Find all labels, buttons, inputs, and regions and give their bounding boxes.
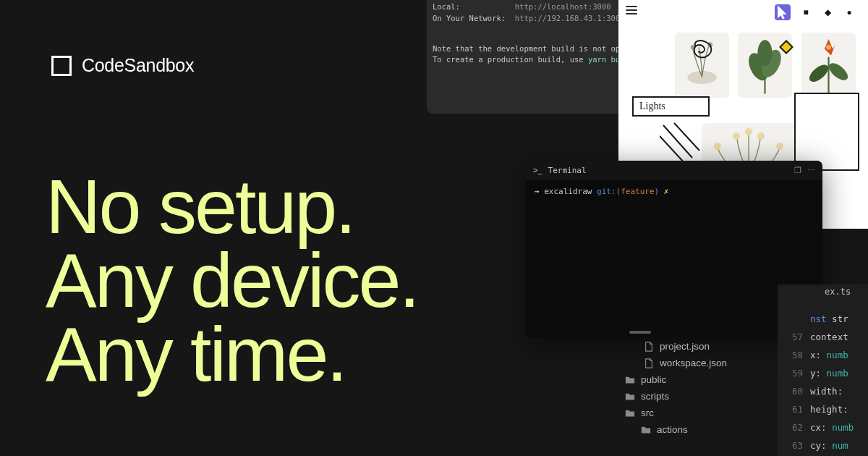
menu-icon[interactable] xyxy=(626,6,637,14)
terminal-git-suffix: ) xyxy=(655,187,660,196)
network-url: http://192.168.43.1:3000 xyxy=(515,14,618,22)
terminal-cwd: excalidraw xyxy=(544,187,592,196)
logo-icon xyxy=(51,56,72,76)
svg-line-9 xyxy=(663,125,692,158)
tree-file-workspace-json[interactable]: workspace.json xyxy=(618,355,770,371)
line-number: 61 xyxy=(778,400,803,418)
tree-item-label: project.json xyxy=(660,341,710,352)
file-icon xyxy=(643,342,654,352)
hero-line-3: Any time. xyxy=(46,318,418,392)
svg-point-16 xyxy=(745,128,752,135)
devserver-note-2-prefix: To create a production build, use xyxy=(433,55,588,64)
tree-drag-handle[interactable] xyxy=(629,331,651,334)
svg-point-5 xyxy=(757,40,772,66)
svg-point-8 xyxy=(826,45,831,50)
tree-folder-public[interactable]: public xyxy=(618,371,770,388)
brand: CodeSandbox xyxy=(51,55,194,76)
tree-file-project-json[interactable]: project.json xyxy=(618,338,770,355)
editor-code[interactable]: nst str context x: numb y: numb width: h… xyxy=(810,284,854,456)
line-number: 60 xyxy=(778,382,803,400)
file-tree: project.json workspace.json public scrip… xyxy=(618,331,770,438)
editor-gutter: 57 58 59 60 61 62 63 xyxy=(778,284,810,456)
svg-point-13 xyxy=(776,143,783,150)
devserver-output: Local: http://localhost:3000 On Your Net… xyxy=(427,0,618,114)
svg-point-7 xyxy=(826,60,851,83)
network-label: On Your Network: xyxy=(433,14,506,22)
file-icon xyxy=(643,358,654,368)
svg-line-11 xyxy=(660,136,685,164)
arrow-tool-icon[interactable]: → xyxy=(864,6,868,19)
tree-item-label: public xyxy=(641,374,666,385)
devserver-build-cmd: yarn build xyxy=(588,55,618,64)
local-label: Local: xyxy=(433,2,460,11)
svg-point-12 xyxy=(714,143,721,150)
folder-icon xyxy=(624,375,635,385)
brand-name: CodeSandbox xyxy=(82,55,194,76)
plant-thumbnail[interactable] xyxy=(801,33,856,98)
line-number: 58 xyxy=(778,346,803,364)
cursor-tool-icon[interactable] xyxy=(775,4,791,20)
popout-icon[interactable]: ❐ xyxy=(794,166,801,175)
prompt-arrow: → xyxy=(535,187,540,196)
lights-label-box[interactable]: Lights xyxy=(632,96,710,117)
terminal-branch: feature xyxy=(621,187,654,196)
scribble-annotation xyxy=(690,38,718,61)
terminal-prompt-icon: >_ xyxy=(533,166,542,174)
terminal-dirty-flag: ✗ xyxy=(664,187,669,196)
tree-item-label: workspace.json xyxy=(660,358,727,368)
terminal-header: >_ Terminal ❐ ⋯ xyxy=(526,161,822,180)
line-number: 59 xyxy=(778,364,803,382)
drawing-toolbar: ■ ◆ ● → — xyxy=(775,4,868,20)
tree-item-label: actions xyxy=(657,424,688,435)
code-editor[interactable]: ex.ts 57 58 59 60 61 62 63 nst str conte… xyxy=(778,284,868,456)
devserver-note-1: Note that the development build is not o… xyxy=(433,43,613,55)
terminal-git-label: git:( xyxy=(597,187,621,196)
local-url: http://localhost:3000 xyxy=(515,2,611,11)
svg-point-6 xyxy=(807,62,831,85)
lights-label-text: Lights xyxy=(639,101,665,112)
square-tool-icon[interactable]: ■ xyxy=(799,6,812,19)
more-icon[interactable]: ⋯ xyxy=(807,166,815,175)
terminal-body[interactable]: → excalidraw git:(feature) ✗ xyxy=(526,180,822,203)
diamond-tool-icon[interactable]: ◆ xyxy=(821,6,834,19)
line-number: 57 xyxy=(778,328,803,346)
folder-icon xyxy=(640,425,651,435)
folder-icon xyxy=(624,408,635,418)
svg-line-10 xyxy=(674,123,699,151)
hero-line-2: Any device. xyxy=(46,244,418,318)
hero-line-1: No setup. xyxy=(46,170,418,244)
tree-item-label: src xyxy=(641,408,654,418)
tree-item-label: scripts xyxy=(641,391,669,402)
svg-point-15 xyxy=(757,132,765,140)
circle-tool-icon[interactable]: ● xyxy=(843,6,856,19)
terminal-title: Terminal xyxy=(548,166,587,175)
tree-folder-scripts[interactable]: scripts xyxy=(618,388,770,405)
empty-frame[interactable] xyxy=(794,93,859,171)
editor-tab[interactable]: ex.ts xyxy=(825,284,851,300)
tree-folder-src[interactable]: src xyxy=(618,405,770,421)
arrow-annotations xyxy=(660,122,703,165)
tree-folder-actions[interactable]: actions xyxy=(618,421,770,438)
folder-icon xyxy=(624,392,635,402)
hero-tagline: No setup. Any device. Any time. xyxy=(46,170,418,391)
line-number: 62 xyxy=(778,418,803,436)
svg-point-14 xyxy=(733,132,740,140)
line-number: 63 xyxy=(778,436,803,455)
